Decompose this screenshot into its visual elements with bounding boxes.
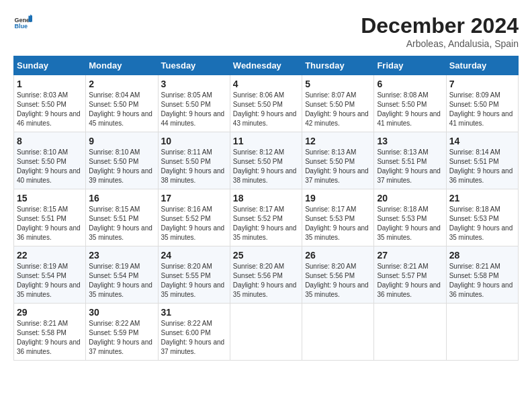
day-number: 6 — [377, 79, 443, 89]
day-number: 26 — [305, 250, 371, 261]
day-number: 30 — [89, 307, 154, 318]
day-info: Sunrise: 8:16 AM Sunset: 5:52 PM Dayligh… — [161, 205, 227, 242]
day-info: Sunrise: 8:20 AM Sunset: 5:56 PM Dayligh… — [305, 262, 371, 300]
day-number: 24 — [161, 250, 227, 261]
day-number: 31 — [161, 307, 227, 318]
location-subtitle: Arboleas, Andalusia, Spain — [361, 38, 519, 49]
table-cell: 14 Sunrise: 8:14 AM Sunset: 5:51 PM Dayl… — [446, 132, 518, 189]
day-info: Sunrise: 8:10 AM Sunset: 5:50 PM Dayligh… — [89, 148, 154, 185]
day-number: 19 — [305, 193, 371, 203]
day-number: 18 — [233, 193, 299, 203]
day-number: 7 — [449, 79, 515, 89]
day-info: Sunrise: 8:15 AM Sunset: 5:51 PM Dayligh… — [89, 205, 154, 242]
col-tuesday: Tuesday — [158, 56, 230, 75]
day-number: 3 — [161, 79, 227, 89]
col-thursday: Thursday — [302, 56, 374, 75]
day-number: 1 — [17, 79, 83, 89]
calendar-row: 29 Sunrise: 8:21 AM Sunset: 5:58 PM Dayl… — [14, 304, 519, 361]
day-number: 8 — [17, 136, 83, 146]
calendar-row: 22 Sunrise: 8:19 AM Sunset: 5:54 PM Dayl… — [14, 246, 519, 304]
table-cell: 29 Sunrise: 8:21 AM Sunset: 5:58 PM Dayl… — [14, 304, 86, 361]
table-cell: 7 Sunrise: 8:09 AM Sunset: 5:50 PM Dayli… — [446, 75, 518, 132]
table-cell: 5 Sunrise: 8:07 AM Sunset: 5:50 PM Dayli… — [302, 75, 374, 132]
table-cell: 25 Sunrise: 8:20 AM Sunset: 5:56 PM Dayl… — [230, 246, 302, 304]
day-info: Sunrise: 8:19 AM Sunset: 5:54 PM Dayligh… — [17, 262, 83, 300]
table-cell: 9 Sunrise: 8:10 AM Sunset: 5:50 PM Dayli… — [86, 132, 158, 189]
table-cell: 30 Sunrise: 8:22 AM Sunset: 5:59 PM Dayl… — [86, 304, 158, 361]
day-info: Sunrise: 8:20 AM Sunset: 5:56 PM Dayligh… — [233, 262, 299, 300]
calendar-table: Sunday Monday Tuesday Wednesday Thursday… — [13, 56, 519, 361]
day-info: Sunrise: 8:05 AM Sunset: 5:50 PM Dayligh… — [161, 91, 227, 128]
logo-icon: General Blue — [13, 13, 32, 32]
day-info: Sunrise: 8:09 AM Sunset: 5:50 PM Dayligh… — [449, 91, 515, 128]
table-cell: 26 Sunrise: 8:20 AM Sunset: 5:56 PM Dayl… — [302, 246, 374, 304]
table-cell — [302, 304, 374, 361]
day-number: 14 — [449, 136, 515, 146]
day-info: Sunrise: 8:17 AM Sunset: 5:52 PM Dayligh… — [233, 205, 299, 242]
day-number: 2 — [89, 79, 154, 89]
table-cell — [230, 304, 302, 361]
table-cell: 21 Sunrise: 8:18 AM Sunset: 5:53 PM Dayl… — [446, 189, 518, 246]
day-number: 12 — [305, 136, 371, 146]
calendar-row: 1 Sunrise: 8:03 AM Sunset: 5:50 PM Dayli… — [14, 75, 519, 132]
calendar-row: 8 Sunrise: 8:10 AM Sunset: 5:50 PM Dayli… — [14, 132, 519, 189]
day-number: 13 — [377, 136, 443, 146]
day-number: 9 — [89, 136, 154, 146]
day-info: Sunrise: 8:22 AM Sunset: 6:00 PM Dayligh… — [161, 319, 227, 357]
day-info: Sunrise: 8:21 AM Sunset: 5:57 PM Dayligh… — [377, 262, 443, 300]
table-cell: 8 Sunrise: 8:10 AM Sunset: 5:50 PM Dayli… — [14, 132, 86, 189]
table-cell: 13 Sunrise: 8:13 AM Sunset: 5:51 PM Dayl… — [374, 132, 446, 189]
table-cell: 11 Sunrise: 8:12 AM Sunset: 5:50 PM Dayl… — [230, 132, 302, 189]
day-number: 29 — [17, 307, 83, 318]
table-cell: 1 Sunrise: 8:03 AM Sunset: 5:50 PM Dayli… — [14, 75, 86, 132]
table-cell: 3 Sunrise: 8:05 AM Sunset: 5:50 PM Dayli… — [158, 75, 230, 132]
table-cell: 12 Sunrise: 8:13 AM Sunset: 5:50 PM Dayl… — [302, 132, 374, 189]
day-number: 11 — [233, 136, 299, 146]
day-number: 10 — [161, 136, 227, 146]
day-info: Sunrise: 8:13 AM Sunset: 5:51 PM Dayligh… — [377, 148, 443, 185]
col-saturday: Saturday — [446, 56, 518, 75]
day-info: Sunrise: 8:08 AM Sunset: 5:50 PM Dayligh… — [377, 91, 443, 128]
table-cell: 24 Sunrise: 8:20 AM Sunset: 5:55 PM Dayl… — [158, 246, 230, 304]
day-info: Sunrise: 8:11 AM Sunset: 5:50 PM Dayligh… — [161, 148, 227, 185]
col-sunday: Sunday — [14, 56, 86, 75]
table-cell: 4 Sunrise: 8:06 AM Sunset: 5:50 PM Dayli… — [230, 75, 302, 132]
day-info: Sunrise: 8:10 AM Sunset: 5:50 PM Dayligh… — [17, 148, 83, 185]
day-number: 5 — [305, 79, 371, 89]
day-info: Sunrise: 8:12 AM Sunset: 5:50 PM Dayligh… — [233, 148, 299, 185]
page-header: General Blue December 2024 Arboleas, And… — [13, 13, 519, 49]
day-info: Sunrise: 8:18 AM Sunset: 5:53 PM Dayligh… — [449, 205, 515, 242]
day-number: 22 — [17, 250, 83, 261]
table-cell: 19 Sunrise: 8:17 AM Sunset: 5:53 PM Dayl… — [302, 189, 374, 246]
table-cell: 31 Sunrise: 8:22 AM Sunset: 6:00 PM Dayl… — [158, 304, 230, 361]
table-cell: 18 Sunrise: 8:17 AM Sunset: 5:52 PM Dayl… — [230, 189, 302, 246]
day-info: Sunrise: 8:17 AM Sunset: 5:53 PM Dayligh… — [305, 205, 371, 242]
day-info: Sunrise: 8:21 AM Sunset: 5:58 PM Dayligh… — [17, 319, 83, 357]
day-info: Sunrise: 8:04 AM Sunset: 5:50 PM Dayligh… — [89, 91, 154, 128]
logo: General Blue — [13, 13, 32, 32]
day-info: Sunrise: 8:20 AM Sunset: 5:55 PM Dayligh… — [161, 262, 227, 300]
table-cell: 23 Sunrise: 8:19 AM Sunset: 5:54 PM Dayl… — [86, 246, 158, 304]
svg-text:Blue: Blue — [14, 23, 28, 30]
day-number: 27 — [377, 250, 443, 261]
day-number: 17 — [161, 193, 227, 203]
day-number: 25 — [233, 250, 299, 261]
day-info: Sunrise: 8:19 AM Sunset: 5:54 PM Dayligh… — [89, 262, 154, 300]
day-info: Sunrise: 8:21 AM Sunset: 5:58 PM Dayligh… — [449, 262, 515, 300]
calendar-row: 15 Sunrise: 8:15 AM Sunset: 5:51 PM Dayl… — [14, 189, 519, 246]
day-number: 23 — [89, 250, 154, 261]
day-info: Sunrise: 8:14 AM Sunset: 5:51 PM Dayligh… — [449, 148, 515, 185]
table-cell — [446, 304, 518, 361]
day-info: Sunrise: 8:06 AM Sunset: 5:50 PM Dayligh… — [233, 91, 299, 128]
day-info: Sunrise: 8:03 AM Sunset: 5:50 PM Dayligh… — [17, 91, 83, 128]
table-cell: 28 Sunrise: 8:21 AM Sunset: 5:58 PM Dayl… — [446, 246, 518, 304]
day-number: 20 — [377, 193, 443, 203]
header-row: Sunday Monday Tuesday Wednesday Thursday… — [14, 56, 519, 75]
table-cell: 2 Sunrise: 8:04 AM Sunset: 5:50 PM Dayli… — [86, 75, 158, 132]
col-wednesday: Wednesday — [230, 56, 302, 75]
table-cell: 16 Sunrise: 8:15 AM Sunset: 5:51 PM Dayl… — [86, 189, 158, 246]
day-number: 21 — [449, 193, 515, 203]
day-info: Sunrise: 8:13 AM Sunset: 5:50 PM Dayligh… — [305, 148, 371, 185]
table-cell: 20 Sunrise: 8:18 AM Sunset: 5:53 PM Dayl… — [374, 189, 446, 246]
day-number: 28 — [449, 250, 515, 261]
